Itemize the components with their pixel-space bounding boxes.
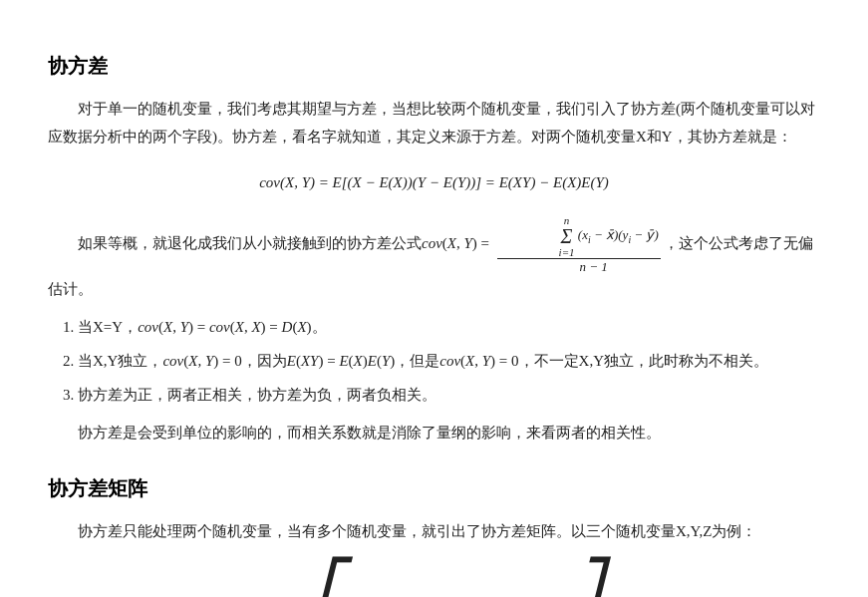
section-title-covariance-matrix: 协方差矩阵: [48, 470, 820, 506]
main-covariance-formula: cov(X, Y) = E[(X − E(X))(Y − E(Y))] = E(…: [48, 169, 820, 196]
bracket-right: ⎤⎥⎦: [571, 564, 602, 597]
note-paragraph: 如果等概，就退化成我们从小就接触到的协方差公式cov(X, Y) = n Σ i…: [48, 214, 820, 305]
summary-paragraph: 协方差是会受到单位的影响的，而相关系数就是消除了量纲的影响，来看两者的相关性。: [48, 420, 820, 448]
list-item-2: 当X,Y独立，cov(X, Y) = 0，因为E(XY) = E(X)E(Y)，…: [78, 348, 820, 376]
intro-paragraph: 对于单一的随机变量，我们考虑其期望与方差，当想比较两个随机变量，我们引入了协方差…: [48, 96, 820, 151]
list-item-3: 协方差为正，两者正相关，协方差为负，两者负相关。: [78, 382, 820, 410]
list-item-1: 当X=Y，cov(X, Y) = cov(X, X) = D(X)。: [78, 314, 820, 342]
section-title-covariance: 协方差: [48, 48, 820, 84]
property-list: 当X=Y，cov(X, Y) = cov(X, X) = D(X)。 当X,Y独…: [78, 314, 820, 409]
bracket-left: ⎡⎢⎣: [313, 564, 344, 597]
matrix-intro-paragraph: 协方差只能处理两个随机变量，当有多个随机变量，就引出了协方差矩阵。以三个随机变量…: [48, 518, 820, 546]
covariance-matrix-formula: cov = ⎡⎢⎣ cov(X, X) cov(X, Y) cov(X, Z) …: [48, 564, 820, 597]
